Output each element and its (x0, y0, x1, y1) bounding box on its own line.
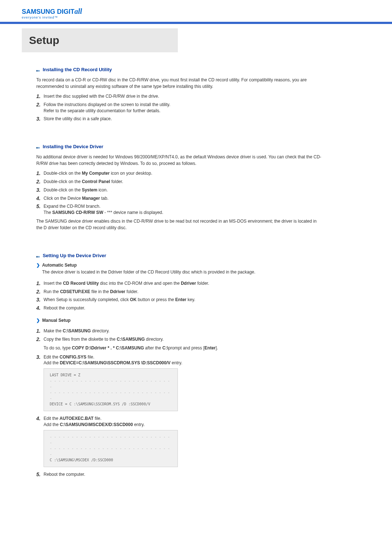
page-title: Setup (29, 34, 171, 46)
step-number-icon: 4. (36, 195, 44, 201)
manual-setup-steps: 1.Make the C:\SAMSUNG directory. 2.Copy … (36, 328, 323, 343)
step-number-icon: 1. (36, 170, 44, 176)
step-number-icon: 1. (36, 280, 44, 286)
install-driver-steps: 1.Double-click on the My Computer icon o… (36, 170, 323, 216)
section-install-driver: Installing the Device Driver No addition… (22, 144, 323, 231)
list-item: 2.Run the CDSETUP.EXE file in the Ddrive… (36, 289, 323, 295)
automatic-setup-header: ❯ Automatic Setup (36, 263, 323, 268)
list-item: 3.Store the utility disc in a safe place… (36, 116, 323, 122)
svg-rect-5 (38, 256, 40, 258)
arrow-icon: ❯ (36, 263, 40, 268)
samsung-logo: SAMSUNG DIGITall everyone's invited™ (22, 7, 82, 19)
list-item: 5.Expand the CD-ROM branch.The SAMSUNG C… (36, 203, 323, 216)
step-number-icon: 3. (36, 297, 44, 303)
install-cd-desc: To record data on a CD-R or CD-RW disc i… (36, 77, 323, 90)
list-item: 2.Follow the instructions displayed on t… (36, 102, 323, 114)
setup-driver-title: Setting Up the Device Driver (36, 253, 323, 258)
step-number-icon: 3. (36, 116, 44, 122)
step-number-icon: 3. (36, 187, 44, 193)
bullet-icon (36, 145, 40, 149)
step-number-icon: 5. (36, 203, 44, 209)
list-item: 3.Edit the CONFIG.SYS file.Add the DEVIC… (36, 354, 323, 366)
config-sys-codebox: LAST DRIVE = Z - - - - - - - - - - - - -… (44, 368, 178, 411)
logo-brand-digit: DIGIT (55, 8, 74, 15)
step-number-icon: 2. (36, 179, 44, 185)
manual-setup-steps: 4.Edit the AUTOEXEC.BAT file.Add the C:\… (36, 416, 323, 428)
logo-tagline: everyone's invited™ (22, 16, 82, 19)
svg-rect-3 (38, 147, 40, 149)
list-item: 1.Double-click on the My Computer icon o… (36, 170, 323, 177)
list-item: 4.Reboot the computer. (36, 305, 323, 311)
step-number-icon: 2. (36, 336, 44, 342)
step-number-icon: 5. (36, 471, 44, 477)
svg-rect-2 (36, 147, 38, 149)
step-number-icon: 2. (36, 289, 44, 295)
list-item: 3.Double-click on the System icon. (36, 187, 323, 193)
step-number-icon: 4. (36, 305, 44, 311)
manual-step2-detail: To do so, type COPY D:\Ddriver * . * C:\… (44, 345, 323, 351)
section-setup-driver: Setting Up the Device Driver ❯ Automatic… (22, 253, 323, 478)
install-driver-title: Installing the Device Driver (36, 144, 323, 149)
header-divider (0, 22, 392, 24)
automatic-setup-desc: The device driver is located in the Ddri… (42, 269, 323, 275)
manual-setup-header: ❯ Manual Setup (36, 318, 323, 323)
step-number-icon: 1. (36, 93, 44, 99)
list-item: 1.Insert the CD Record Utility disc into… (36, 280, 323, 287)
logo-brand-ital: all (74, 7, 82, 15)
list-item: 4.Click on the Device Manager tab. (36, 195, 323, 202)
list-item: 4.Edit the AUTOEXEC.BAT file.Add the C:\… (36, 416, 323, 428)
list-item: 1.Insert the disc supplied with the CD-R… (36, 93, 323, 100)
step-number-icon: 2. (36, 102, 44, 108)
bullet-icon (36, 68, 40, 72)
autoexec-bat-codebox: - - - - - - - - - - - - - - - - - - - - … (44, 430, 178, 467)
setup-banner: Setup (22, 28, 178, 52)
install-cd-title: Installing the CD Record Utility (36, 67, 323, 72)
page-header: SAMSUNG DIGITall everyone's invited™ (0, 0, 392, 20)
install-cd-steps: 1.Insert the disc supplied with the CD-R… (36, 93, 323, 122)
list-item: 5.Reboot the computer. (36, 471, 323, 478)
logo-brand-samsung: SAMSUNG (22, 8, 55, 15)
section-install-cd: Installing the CD Record Utility To reco… (22, 67, 323, 122)
arrow-icon: ❯ (36, 318, 40, 323)
list-item: 3.When Setup is successfully completed, … (36, 297, 323, 303)
automatic-setup-steps: 1.Insert the CD Record Utility disc into… (36, 280, 323, 311)
install-driver-desc: No additional device driver is needed fo… (36, 154, 323, 167)
list-item: 2.Double-click on the Control Panel fold… (36, 179, 323, 185)
svg-rect-0 (36, 70, 38, 72)
svg-rect-4 (36, 256, 38, 258)
svg-rect-1 (38, 70, 40, 72)
step-number-icon: 1. (36, 328, 44, 334)
list-item: 2.Copy the files from the diskette to th… (36, 336, 323, 343)
main-content: Installing the CD Record Utility To reco… (0, 52, 345, 514)
list-item: 1.Make the C:\SAMSUNG directory. (36, 328, 323, 334)
manual-setup-steps: 3.Edit the CONFIG.SYS file.Add the DEVIC… (36, 354, 323, 366)
step-number-icon: 4. (36, 416, 44, 421)
install-driver-footer: The SAMSUNG device driver enables discs … (36, 218, 323, 231)
bullet-icon (36, 254, 40, 258)
step-number-icon: 3. (36, 354, 44, 360)
manual-setup-steps: 5.Reboot the computer. (36, 471, 323, 478)
